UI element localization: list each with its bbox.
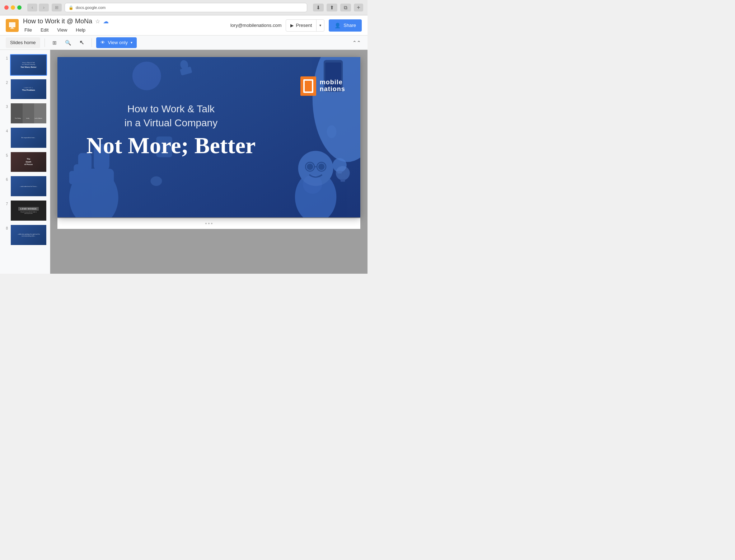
close-window-button[interactable] bbox=[4, 5, 9, 10]
slide-preview-content-8: ...while also picking the right tool for… bbox=[11, 225, 46, 245]
share-button[interactable]: 👤 Share bbox=[329, 19, 362, 32]
slide-preview-content-2: CHAPTER 1 The Problem bbox=[11, 79, 46, 99]
slide-number-3: 3 bbox=[3, 105, 8, 109]
browser-navigation: ‹ › bbox=[27, 4, 49, 11]
slide-preview-4[interactable]: Be respectful of time... bbox=[10, 127, 47, 149]
slide-number-1: 1 bbox=[3, 56, 8, 60]
canvas-area: mobile nations How to Work & Talk in a V… bbox=[50, 50, 368, 274]
present-play-icon: ▶ bbox=[290, 23, 294, 28]
hint-dot-1 bbox=[205, 223, 207, 224]
svg-rect-1 bbox=[11, 27, 13, 28]
view-only-button[interactable]: 👁 View only ▾ bbox=[96, 37, 137, 48]
edit-menu[interactable]: Edit bbox=[39, 27, 50, 33]
slide-preview-2[interactable]: CHAPTER 1 The Problem bbox=[10, 79, 47, 100]
subtitle-text-1: How to Work & Talk bbox=[127, 103, 215, 114]
view-only-dropdown-icon: ▾ bbox=[131, 41, 132, 44]
slide-preview-7[interactable]: LOUD NOISES Using the wrong channel migh… bbox=[10, 200, 47, 221]
new-tab-button[interactable]: + bbox=[354, 4, 363, 11]
slide-preview-content-4: Be respectful of time... bbox=[11, 128, 46, 148]
slide-thumbnail-3[interactable]: 3 Poor SettingLonelyLack of balance bbox=[0, 101, 50, 126]
browser-actions: ⬇ ⬆ ⧉ + bbox=[313, 4, 363, 11]
svg-point-4 bbox=[132, 62, 161, 90]
slide-thumbnail-8[interactable]: 8 ...while also picking the right tool f… bbox=[0, 223, 50, 247]
doc-title-row: How to Work it @ MoNa ☆ ☁ bbox=[23, 18, 230, 25]
slide-preview-6[interactable]: ...and make time for Focus... bbox=[10, 175, 47, 197]
grid-view-button[interactable]: ⊞ bbox=[49, 37, 60, 48]
app-logo bbox=[6, 19, 19, 32]
slide-subtitle-line1: How to Work & Talk in a Virtual Company bbox=[72, 102, 270, 130]
slide-preview-1[interactable]: How to Work & Talkin a Virtual Company N… bbox=[10, 54, 47, 76]
collapse-panel-button[interactable]: ⌃⌃ bbox=[352, 38, 362, 48]
slide-preview-content-7: LOUD NOISES Using the wrong channel migh… bbox=[11, 201, 46, 221]
app-header: How to Work it @ MoNa ☆ ☁ File Edit View… bbox=[0, 15, 368, 36]
present-label: Present bbox=[296, 23, 312, 28]
slide-thumbnail-7[interactable]: 7 LOUD NOISES Using the wrong channel mi… bbox=[0, 198, 50, 223]
toolbar-right: ⌃⌃ bbox=[352, 38, 362, 48]
menu-bar: File Edit View Help bbox=[23, 27, 230, 33]
slides-logo-icon bbox=[8, 22, 16, 29]
toolbar-separator-2 bbox=[92, 38, 92, 47]
slide-thumbnail-6[interactable]: 6 ...and make time for Focus... bbox=[0, 174, 50, 198]
user-email[interactable]: lory@mobilenations.com bbox=[230, 23, 282, 28]
star-icon[interactable]: ☆ bbox=[95, 18, 100, 25]
lock-icon: 🔒 bbox=[69, 5, 74, 10]
slide-main-title: Not More; Better bbox=[72, 133, 270, 158]
svg-point-22 bbox=[318, 164, 325, 170]
hint-dot-2 bbox=[208, 223, 210, 224]
slide-preview-content-3: Poor SettingLonelyLack of balance bbox=[11, 103, 46, 123]
help-menu[interactable]: Help bbox=[74, 27, 87, 33]
cloud-sync-icon[interactable]: ☁ bbox=[103, 18, 109, 25]
hint-dots bbox=[205, 223, 212, 224]
slide-preview-3[interactable]: Poor SettingLonelyLack of balance bbox=[10, 103, 47, 124]
svg-point-21 bbox=[307, 164, 313, 170]
tab-overview-button[interactable]: ⧉ bbox=[340, 4, 351, 11]
slide-thumbnail-5[interactable]: 5 TheDeathof Focus bbox=[0, 150, 50, 174]
slide-thumbnail-4[interactable]: 4 Be respectful of time... bbox=[0, 126, 50, 150]
doc-title-area: How to Work it @ MoNa ☆ ☁ File Edit View… bbox=[23, 18, 230, 33]
svg-rect-29 bbox=[341, 179, 345, 182]
main-slide[interactable]: mobile nations How to Work & Talk in a V… bbox=[57, 57, 360, 217]
back-button[interactable]: ‹ bbox=[27, 4, 37, 11]
subtitle-text-2: in a Virtual Company bbox=[125, 117, 217, 128]
minimize-window-button[interactable] bbox=[11, 5, 15, 10]
browser-chrome: ‹ › ⊞ 🔒 docs.google.com ⬇ ⬆ ⧉ + bbox=[0, 0, 368, 15]
svg-rect-34 bbox=[305, 81, 312, 91]
view-menu[interactable]: View bbox=[56, 27, 69, 33]
browser-window-controls bbox=[4, 5, 22, 10]
zoom-button[interactable]: 🔍 bbox=[63, 37, 74, 48]
logo-nations-text: nations bbox=[320, 85, 345, 93]
maximize-window-button[interactable] bbox=[17, 5, 22, 10]
address-bar[interactable]: 🔒 docs.google.com bbox=[65, 3, 307, 12]
share-browser-button[interactable]: ⬆ bbox=[327, 4, 337, 11]
slide-preview-5[interactable]: TheDeathof Focus bbox=[10, 151, 47, 173]
slide-container: mobile nations How to Work & Talk in a V… bbox=[57, 57, 360, 229]
document-title: How to Work it @ MoNa bbox=[23, 18, 92, 25]
hint-dot-3 bbox=[211, 223, 212, 224]
mobile-nations-flag-icon bbox=[300, 76, 316, 96]
view-only-label: View only bbox=[108, 40, 128, 45]
forward-button[interactable]: › bbox=[39, 4, 49, 11]
svg-point-14 bbox=[150, 176, 162, 186]
slides-home-button[interactable]: Slides home bbox=[6, 37, 40, 48]
header-right: lory@mobilenations.com ▶ Present ▾ 👤 Sha… bbox=[230, 19, 362, 32]
cursor-button[interactable]: ↖ bbox=[76, 37, 87, 48]
app-body: 1 How to Work & Talkin a Virtual Company… bbox=[0, 50, 368, 274]
url-text: docs.google.com bbox=[76, 5, 106, 10]
slide-thumbnail-1[interactable]: 1 How to Work & Talkin a Virtual Company… bbox=[0, 53, 50, 77]
slide-number-5: 5 bbox=[3, 154, 8, 157]
download-button[interactable]: ⬇ bbox=[313, 4, 324, 11]
slide-preview-content-1: How to Work & Talkin a Virtual Company N… bbox=[11, 55, 46, 75]
slide-preview-content-6: ...and make time for Focus... bbox=[11, 176, 46, 196]
present-main-button[interactable]: ▶ Present bbox=[286, 20, 317, 31]
slide-logo: mobile nations bbox=[300, 76, 345, 96]
file-menu[interactable]: File bbox=[23, 27, 33, 33]
present-dropdown-button[interactable]: ▾ bbox=[317, 20, 324, 31]
slide-thumbnail-2[interactable]: 2 CHAPTER 1 The Problem bbox=[0, 77, 50, 102]
sidebar-toggle-button[interactable]: ⊞ bbox=[52, 4, 62, 11]
slide-number-2: 2 bbox=[3, 81, 8, 85]
slide-preview-8[interactable]: ...while also picking the right tool for… bbox=[10, 224, 47, 246]
main-slide-content: mobile nations How to Work & Talk in a V… bbox=[57, 57, 360, 217]
svg-rect-2 bbox=[10, 28, 14, 29]
logo-mobile-text: mobile bbox=[320, 79, 345, 85]
svg-point-28 bbox=[336, 166, 350, 180]
